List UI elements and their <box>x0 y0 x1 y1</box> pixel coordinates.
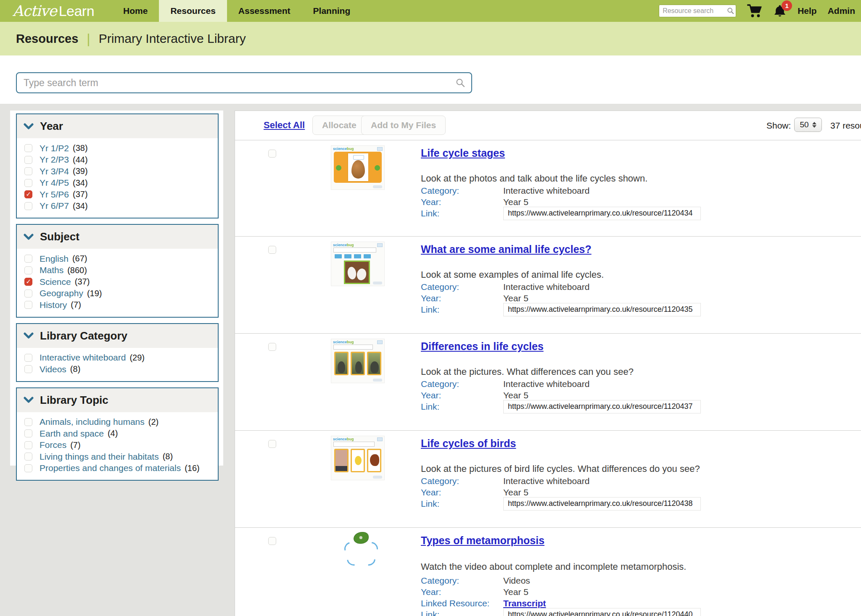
filter-link[interactable]: History <box>40 300 67 310</box>
search-section <box>0 55 861 104</box>
resource-link-input[interactable] <box>503 400 701 413</box>
checkbox[interactable] <box>24 429 32 437</box>
filter-item: Yr 2/P3(44) <box>17 154 218 166</box>
filter-link[interactable]: Yr 3/P4 <box>40 166 69 176</box>
filter-link[interactable]: Maths <box>40 265 63 275</box>
resource-link-input[interactable] <box>503 608 701 616</box>
nav-tab-planning[interactable]: Planning <box>302 0 362 22</box>
egg-photo <box>351 160 365 179</box>
breadcrumb-section[interactable]: Resources <box>16 32 78 46</box>
resource-title-link[interactable]: Differences in life cycles <box>421 340 544 353</box>
resource-title-link[interactable]: What are some animal life cycles? <box>421 243 592 255</box>
filter-link[interactable]: Forces <box>40 440 66 450</box>
resource-link-input[interactable] <box>503 207 701 220</box>
slide-nav-pill <box>373 282 382 284</box>
checkbox[interactable] <box>268 150 276 158</box>
resource-link-input[interactable] <box>503 303 701 316</box>
add-to-my-files-button[interactable]: Add to My Files <box>361 116 446 135</box>
resource-thumbnail-birds[interactable]: sciencebug <box>331 436 385 480</box>
gorilla-photo <box>367 352 381 375</box>
filter-group-header[interactable]: Subject <box>17 225 218 249</box>
filter-link[interactable]: Yr 1/P2 <box>40 143 69 153</box>
link-label: Link: <box>421 498 503 509</box>
filters-sidebar: Year Yr 1/P2(38) Yr 2/P3(44) Yr 3/P4(39)… <box>10 111 223 466</box>
filter-link[interactable]: Videos <box>40 364 66 374</box>
checkbox[interactable] <box>24 144 32 152</box>
filter-link[interactable]: Yr 6/P7 <box>40 201 69 211</box>
notifications-button[interactable]: 1 <box>773 4 787 18</box>
checkbox[interactable] <box>268 440 276 448</box>
checkbox[interactable] <box>24 190 32 198</box>
filter-group-header[interactable]: Library Category <box>17 324 218 348</box>
filter-group-header[interactable]: Year <box>17 114 218 138</box>
per-page-select[interactable]: 50 <box>794 118 822 132</box>
year-label: Year: <box>421 196 503 208</box>
cart-button[interactable] <box>747 4 762 18</box>
filter-count: (860) <box>67 266 87 275</box>
checkbox[interactable] <box>24 167 32 175</box>
filter-item: Yr 6/P7(34) <box>17 200 218 212</box>
filter-link[interactable]: Science <box>40 277 71 287</box>
filter-item: Earth and space(4) <box>17 428 218 440</box>
transcript-link[interactable]: Transcript <box>503 598 546 608</box>
checkbox[interactable] <box>268 537 276 545</box>
resource-description: Look at the pictures. What differences c… <box>421 366 634 377</box>
activelearn-logo[interactable]: Active Learn <box>13 0 94 22</box>
checkbox[interactable] <box>24 202 32 210</box>
checkbox[interactable] <box>24 464 32 472</box>
resource-title-link[interactable]: Life cycle stages <box>421 147 505 159</box>
filter-group-title: Subject <box>40 230 79 243</box>
resource-thumbnail-gorillas[interactable]: sciencebug <box>331 339 385 383</box>
resource-thumbnail-egg[interactable]: sciencebug <box>331 145 385 190</box>
checkbox[interactable] <box>24 354 32 362</box>
checkbox[interactable] <box>24 266 32 274</box>
resource-thumbnail-metamorphosis[interactable] <box>343 532 377 566</box>
filter-link[interactable]: Geography <box>40 288 83 298</box>
filter-link[interactable]: Properties and changes of materials <box>40 463 181 473</box>
checkbox[interactable] <box>24 156 32 164</box>
filter-item: Yr 4/P5(34) <box>17 177 218 189</box>
resource-link-input[interactable] <box>503 497 701 511</box>
checkbox[interactable] <box>268 343 276 351</box>
nav-tab-assessment[interactable]: Assessment <box>227 0 302 22</box>
checkbox[interactable] <box>24 453 32 461</box>
filter-item: Forces(7) <box>17 440 218 451</box>
year-label: Year: <box>421 292 503 304</box>
checkbox[interactable] <box>24 290 32 297</box>
filter-link[interactable]: Animals, including humans <box>40 417 145 427</box>
checkbox[interactable] <box>24 418 32 426</box>
filter-link[interactable]: Earth and space <box>40 429 104 439</box>
select-stepper-icon <box>812 122 816 128</box>
nav-tab-resources[interactable]: Resources <box>159 0 227 22</box>
checkbox[interactable] <box>24 278 32 286</box>
resource-search-input[interactable] <box>659 5 736 17</box>
nav-tab-home[interactable]: Home <box>112 0 159 22</box>
filter-item: Videos(8) <box>17 363 218 375</box>
checkbox[interactable] <box>24 255 32 263</box>
checkbox[interactable] <box>268 246 276 254</box>
filter-group-header[interactable]: Library Topic <box>17 388 218 412</box>
resource-title-link[interactable]: Life cycles of birds <box>421 437 516 450</box>
filter-group-library-topic: Library Topic Animals, including humans(… <box>16 387 219 481</box>
admin-link[interactable]: Admin <box>828 6 855 16</box>
results-panel: Select All Allocate Add to My Files Show… <box>235 111 861 616</box>
allocate-button[interactable]: Allocate <box>312 116 366 135</box>
checkbox[interactable] <box>24 301 32 309</box>
filter-link[interactable]: Yr 5/P6 <box>40 190 69 200</box>
checkbox[interactable] <box>24 365 32 373</box>
slide-quit-button <box>377 243 383 247</box>
checkbox[interactable] <box>24 441 32 449</box>
checkbox[interactable] <box>24 179 32 187</box>
filter-link[interactable]: Yr 2/P3 <box>40 155 69 165</box>
resource-thumbnail-rabbits[interactable]: sciencebug <box>331 242 385 286</box>
library-search-input[interactable] <box>16 72 472 93</box>
resource-row: sciencebug Life cycles of birds Look at … <box>235 431 861 528</box>
filter-link[interactable]: Interactive whiteboard <box>40 353 126 363</box>
resource-title-link[interactable]: Types of metamorphosis <box>421 534 544 547</box>
filter-link[interactable]: English <box>40 254 69 264</box>
select-all-link[interactable]: Select All <box>264 120 305 131</box>
filter-link[interactable]: Yr 4/P5 <box>40 178 69 188</box>
help-link[interactable]: Help <box>798 6 817 16</box>
filter-item: Geography(19) <box>17 288 218 300</box>
filter-link[interactable]: Living things and their habitats <box>40 452 159 462</box>
